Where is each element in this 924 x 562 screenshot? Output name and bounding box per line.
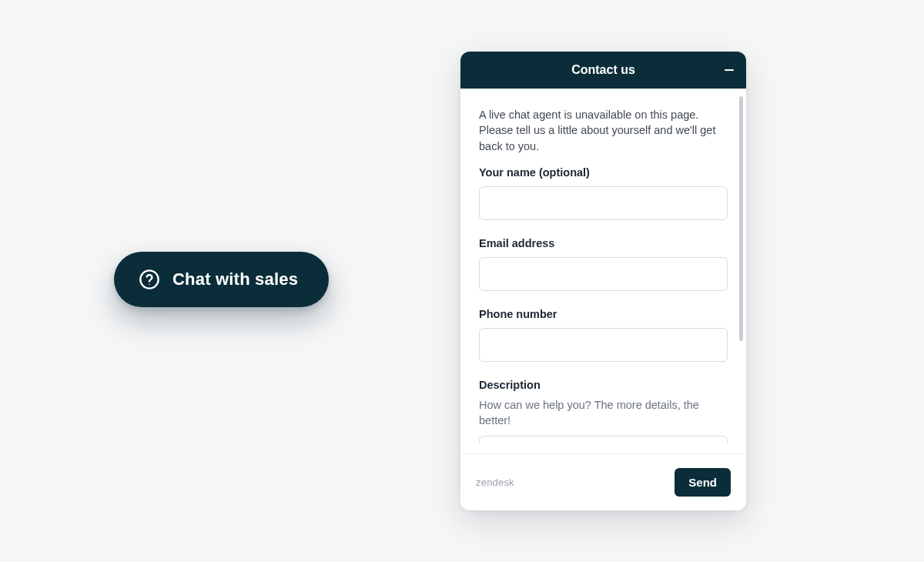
email-field-group: Email address: [479, 237, 728, 291]
description-field-group: Description How can we help you? The mor…: [479, 379, 728, 444]
contact-widget-body-wrap: A live chat agent is unavailable on this…: [460, 89, 746, 453]
contact-widget-header: Contact us: [460, 52, 746, 89]
contact-widget-footer: zendesk Send: [460, 453, 746, 510]
name-label: Your name (optional): [479, 166, 728, 179]
svg-point-1: [149, 284, 149, 285]
description-label: Description: [479, 379, 728, 391]
description-input[interactable]: [479, 436, 728, 443]
help-circle-icon: [139, 269, 160, 290]
zendesk-brand: zendesk: [476, 477, 514, 488]
phone-input[interactable]: [479, 328, 728, 362]
contact-widget-body[interactable]: A live chat agent is unavailable on this…: [460, 89, 746, 453]
phone-label: Phone number: [479, 308, 728, 320]
contact-widget: Contact us A live chat agent is unavaila…: [460, 52, 746, 510]
svg-point-0: [140, 270, 158, 288]
name-input[interactable]: [479, 186, 728, 220]
chat-with-sales-label: Chat with sales: [172, 269, 298, 289]
description-helper: How can we help you? The more details, t…: [479, 397, 728, 429]
contact-widget-title: Contact us: [571, 63, 635, 77]
name-field-group: Your name (optional): [479, 166, 728, 220]
chat-with-sales-button[interactable]: Chat with sales: [114, 252, 329, 307]
phone-field-group: Phone number: [479, 308, 728, 362]
minimize-icon[interactable]: [723, 64, 735, 76]
contact-intro-text: A live chat agent is unavailable on this…: [479, 107, 728, 154]
send-button[interactable]: Send: [675, 468, 731, 497]
email-label: Email address: [479, 237, 728, 249]
email-input[interactable]: [479, 257, 728, 291]
scrollbar-thumb[interactable]: [739, 96, 743, 341]
